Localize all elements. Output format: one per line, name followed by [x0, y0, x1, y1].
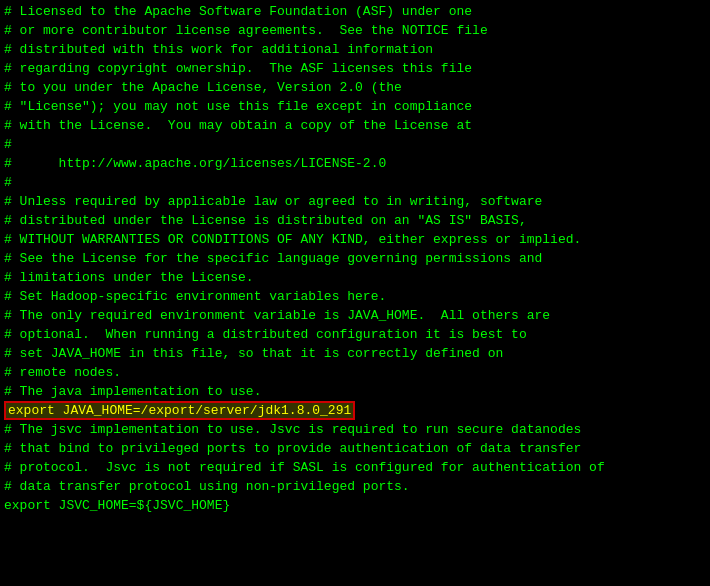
code-line-1: # Licensed to the Apache Software Founda…: [4, 2, 706, 21]
terminal-window: # Licensed to the Apache Software Founda…: [0, 0, 710, 586]
export-line-wrapper: export JAVA_HOME=/export/server/jdk1.8.0…: [4, 401, 706, 420]
code-line-27: # The jsvc implementation to use. Jsvc i…: [4, 420, 706, 439]
code-line-9: # http://www.apache.org/licenses/LICENSE…: [4, 154, 706, 173]
code-line-6: # "License"); you may not use this file …: [4, 97, 706, 116]
code-line-4: # regarding copyright ownership. The ASF…: [4, 59, 706, 78]
code-line-2: # or more contributor license agreements…: [4, 21, 706, 40]
code-line-8: #: [4, 135, 706, 154]
code-line-3: # distributed with this work for additio…: [4, 40, 706, 59]
code-line-19: # The only required environment variable…: [4, 306, 706, 325]
code-line-31: export JSVC_HOME=${JSVC_HOME}: [4, 496, 706, 515]
code-line-11: # Unless required by applicable law or a…: [4, 192, 706, 211]
code-line-14: # See the License for the specific langu…: [4, 249, 706, 268]
code-line-21: # set JAVA_HOME in this file, so that it…: [4, 344, 706, 363]
code-line-20: # optional. When running a distributed c…: [4, 325, 706, 344]
code-line-28: # that bind to privileged ports to provi…: [4, 439, 706, 458]
code-line-13: # WITHOUT WARRANTIES OR CONDITIONS OF AN…: [4, 230, 706, 249]
code-line-7: # with the License. You may obtain a cop…: [4, 116, 706, 135]
code-line-5: # to you under the Apache License, Versi…: [4, 78, 706, 97]
code-line-12: # distributed under the License is distr…: [4, 211, 706, 230]
code-line-22: # remote nodes.: [4, 363, 706, 382]
code-line-10: #: [4, 173, 706, 192]
code-line-15: # limitations under the License.: [4, 268, 706, 287]
code-line-24: # The java implementation to use.: [4, 382, 706, 401]
export-statement[interactable]: export JAVA_HOME=/export/server/jdk1.8.0…: [4, 401, 355, 420]
code-line-29: # protocol. Jsvc is not required if SASL…: [4, 458, 706, 477]
code-line-30: # data transfer protocol using non-privi…: [4, 477, 706, 496]
code-line-17: # Set Hadoop-specific environment variab…: [4, 287, 706, 306]
